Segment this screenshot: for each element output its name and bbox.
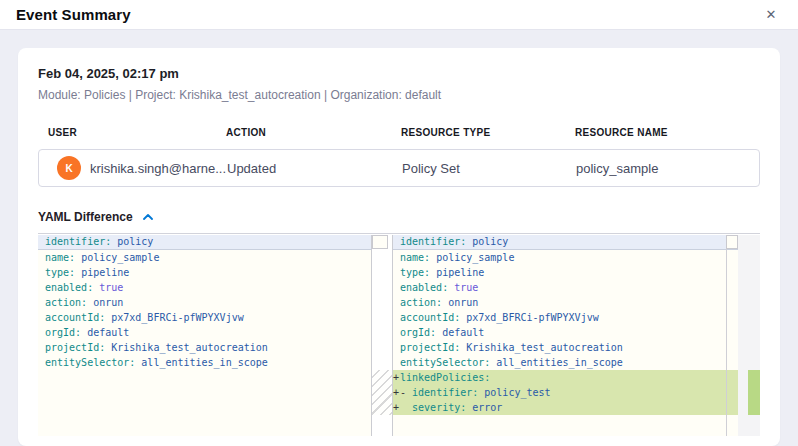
code-line: identifier: policy [393, 235, 738, 250]
diff-pane-left[interactable]: identifier: policyname: policy_sampletyp… [38, 235, 372, 436]
action-value: Updated [227, 161, 402, 176]
diff-marker: + [393, 400, 400, 415]
diff-marker [393, 310, 400, 325]
code-line: entitySelector: all_entities_in_scope [393, 355, 738, 370]
page-title: Event Summary [16, 6, 131, 23]
diff-scrollbar-track[interactable] [738, 235, 760, 436]
code-line: entitySelector: all_entities_in_scope [38, 355, 371, 370]
diff-marker [393, 280, 400, 295]
added-block-marker [748, 370, 760, 415]
diff-marker [393, 295, 400, 310]
code-line: projectId: Krishika_test_autocreation [393, 340, 738, 355]
diff-marker [393, 265, 400, 280]
column-header-user: USER [48, 127, 226, 138]
avatar: K [57, 156, 81, 180]
diff-marker [393, 235, 400, 249]
event-context: Module: Policies | Project: Krishika_tes… [38, 88, 760, 102]
code-line: name: policy_sample [38, 250, 371, 265]
scrollbar-corner-left [372, 235, 388, 249]
table-header-row: USER ACTION RESOURCE TYPE RESOURCE NAME [38, 127, 760, 138]
diff-marker: + [393, 370, 400, 385]
code-line: name: policy_sample [393, 250, 738, 265]
chevron-up-icon[interactable] [141, 212, 155, 222]
table-row[interactable]: K krishika.singh@harne... Updated Policy… [38, 149, 760, 187]
code-line: identifier: policy [38, 235, 371, 250]
code-line: action: onrun [393, 295, 738, 310]
resource-name-value: policy_sample [576, 161, 759, 176]
code-line: action: onrun [38, 295, 371, 310]
code-line: orgId: default [38, 325, 371, 340]
diff-added-line: +- identifier: policy_test [393, 385, 738, 400]
diff-marker [393, 355, 400, 370]
code-line: accountId: px7xd_BFRCi-pfWPYXVjvw [393, 310, 738, 325]
code-line: orgId: default [393, 325, 738, 340]
diff-added-line: + severity: error [393, 400, 738, 415]
column-header-resource-name: RESOURCE NAME [575, 127, 750, 138]
user-email: krishika.singh@harne... [90, 161, 226, 176]
diff-marker [393, 340, 400, 355]
diff-added-line: +linkedPolicies: [393, 370, 738, 385]
code-line: type: pipeline [38, 265, 371, 280]
event-card: Feb 04, 2025, 02:17 pm Module: Policies … [18, 48, 780, 446]
diff-pane-right[interactable]: identifier: policy name: policy_sample t… [392, 235, 738, 436]
code-line: projectId: Krishika_test_autocreation [38, 340, 371, 355]
yaml-diff-view: identifier: policyname: policy_sampletyp… [38, 233, 760, 436]
column-header-resource-type: RESOURCE TYPE [401, 127, 575, 138]
user-cell: K krishika.singh@harne... [39, 156, 227, 180]
modal-body: Feb 04, 2025, 02:17 pm Module: Policies … [0, 30, 798, 446]
scrollbar-corner-right [726, 235, 738, 249]
ruler-line [726, 235, 727, 436]
code-line: accountId: px7xd_BFRCi-pfWPYXVjvw [38, 310, 371, 325]
column-header-action: ACTION [226, 127, 401, 138]
diff-marker [393, 325, 400, 340]
code-line: enabled: true [38, 280, 371, 295]
yaml-difference-header: YAML Difference [38, 210, 760, 224]
diff-marker: + [393, 385, 400, 400]
yaml-difference-label: YAML Difference [38, 210, 133, 224]
resource-type-value: Policy Set [402, 161, 576, 176]
code-line: type: pipeline [393, 265, 738, 280]
close-icon[interactable]: ✕ [760, 4, 782, 26]
modal-header: Event Summary ✕ [0, 0, 798, 30]
diff-marker [393, 250, 400, 265]
event-timestamp: Feb 04, 2025, 02:17 pm [38, 66, 760, 81]
code-line: enabled: true [393, 280, 738, 295]
